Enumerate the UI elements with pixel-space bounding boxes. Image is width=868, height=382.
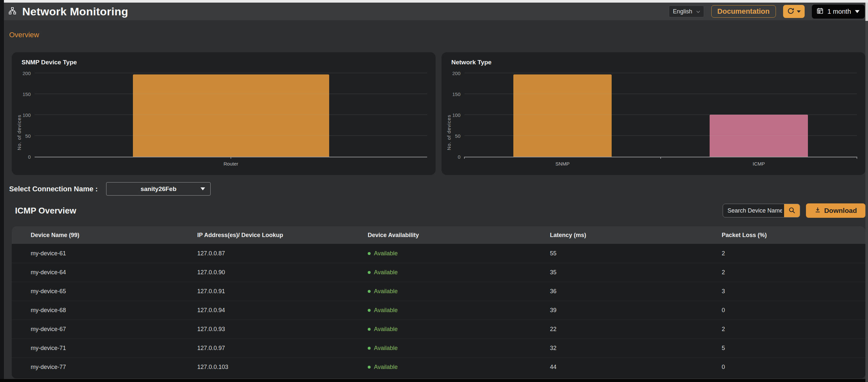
cell-device-name: my-device-68	[31, 307, 197, 314]
chart-title: SNMP Device Type	[22, 59, 77, 66]
table-row: my-device-77 127.0.0.103 Available 44 0	[12, 357, 865, 377]
y-tick-label: 100	[23, 112, 31, 118]
plot-area: 050100150200SNMPICMP	[464, 73, 857, 157]
availability-text: Available	[374, 364, 398, 371]
gridline	[35, 135, 427, 136]
time-range-label: 1 month	[828, 8, 851, 15]
section-actions: Download	[723, 203, 865, 218]
availability-dot	[368, 328, 371, 331]
download-button[interactable]: Download	[806, 203, 865, 218]
connection-label: Select Connection Name :	[9, 185, 98, 193]
availability-dot	[368, 271, 371, 274]
y-tick-label: 0	[28, 154, 31, 160]
cell-latency: 55	[550, 250, 722, 257]
availability-dot	[368, 252, 371, 255]
caret-down-icon	[200, 187, 205, 190]
charts-row: SNMP Device Type No. of devices 05010015…	[12, 52, 865, 175]
x-axis-tick	[230, 157, 231, 159]
availability-text: Available	[374, 345, 398, 352]
cell-packet-loss: 3	[722, 288, 865, 295]
header-cell-latency: Latency (ms)	[550, 232, 722, 239]
cell-device-name: my-device-67	[31, 326, 197, 333]
cell-packet-loss: 0	[722, 364, 865, 371]
cell-availability: Available	[368, 345, 550, 352]
y-tick-label: 150	[23, 91, 31, 97]
table-header: Device Name (99) IP Address(es)/ Device …	[12, 226, 865, 244]
cell-latency: 39	[550, 307, 722, 314]
cell-device-name: my-device-61	[31, 250, 197, 257]
gridline	[464, 94, 857, 94]
header-cell-availability: Device Availability	[368, 232, 550, 239]
cell-device-name: my-device-64	[31, 269, 197, 276]
bar-router[interactable]	[133, 74, 329, 157]
cell-packet-loss: 5	[722, 345, 865, 352]
search-box	[723, 204, 800, 218]
language-selected-label: English	[673, 8, 692, 15]
cell-packet-loss: 2	[722, 326, 865, 333]
cell-device-name: my-device-65	[31, 288, 197, 295]
header-cell-ip: IP Address(es)/ Device Lookup	[197, 232, 368, 239]
table-row: my-device-68 127.0.0.94 Available 39 0	[12, 301, 865, 320]
connection-select[interactable]: sanity26Feb	[106, 182, 211, 196]
time-range-button[interactable]: 1 month	[812, 5, 865, 19]
top-strip	[0, 0, 868, 3]
y-tick-label: 0	[458, 154, 461, 160]
availability-text: Available	[374, 250, 398, 257]
y-tick-label: 50	[455, 133, 461, 139]
scrollbar[interactable]	[865, 3, 868, 382]
search-button[interactable]	[784, 204, 800, 217]
cell-availability: Available	[368, 307, 550, 314]
cell-packet-loss: 2	[722, 250, 865, 257]
snmp-device-type-chart-card: SNMP Device Type No. of devices 05010015…	[12, 52, 436, 175]
app-title: Network Monitoring	[22, 5, 128, 18]
gridline	[35, 94, 427, 94]
cell-ip: 127.0.0.87	[197, 250, 368, 257]
gridline	[464, 115, 857, 115]
icmp-overview-title: ICMP Overview	[15, 206, 76, 216]
cell-latency: 22	[550, 326, 722, 333]
x-tick-label: Router	[223, 161, 238, 166]
download-label: Download	[824, 207, 857, 215]
cell-availability: Available	[368, 364, 550, 371]
y-tick-label: 200	[23, 70, 31, 76]
gridline	[35, 115, 427, 115]
cell-ip: 127.0.0.103	[197, 364, 368, 371]
cell-latency: 32	[550, 345, 722, 352]
documentation-button[interactable]: Documentation	[711, 5, 776, 18]
y-tick-label: 200	[452, 70, 461, 76]
y-axis-label: No. of devices	[446, 82, 452, 150]
refresh-button[interactable]	[783, 5, 805, 18]
sitemap-icon	[8, 7, 16, 16]
cell-ip: 127.0.0.97	[197, 345, 368, 352]
x-axis-tick	[857, 157, 857, 159]
cell-packet-loss: 0	[722, 307, 865, 314]
scrollbar-thumb[interactable]	[865, 3, 868, 21]
cell-latency: 44	[550, 364, 722, 371]
refresh-icon	[787, 7, 795, 16]
overview-link[interactable]: Overview	[9, 31, 39, 39]
language-select[interactable]: English	[669, 5, 704, 17]
cell-ip: 127.0.0.93	[197, 326, 368, 333]
y-axis-label: No. of devices	[16, 82, 22, 150]
refresh-caret-icon[interactable]	[797, 10, 801, 13]
x-axis-tick	[660, 157, 661, 159]
cell-latency: 36	[550, 288, 722, 295]
header-cell-packet-loss: Packet Loss (%)	[722, 232, 865, 239]
device-table: Device Name (99) IP Address(es)/ Device …	[12, 226, 865, 378]
table-row: my-device-65 127.0.0.91 Available 36 3	[12, 282, 865, 301]
app-header: Network Monitoring English Documentation	[4, 3, 868, 20]
network-type-chart-card: Network Type No. of devices 050100150200…	[441, 52, 865, 175]
header-actions: English Documentation	[669, 5, 865, 19]
y-tick-label: 150	[452, 91, 461, 97]
x-tick-label: SNMP	[556, 161, 569, 166]
cell-latency: 35	[550, 269, 722, 276]
gridline	[464, 73, 857, 73]
cell-availability: Available	[368, 288, 550, 295]
availability-text: Available	[374, 269, 398, 276]
caret-down-icon	[855, 10, 860, 13]
bar-snmp[interactable]	[514, 74, 612, 157]
search-input[interactable]	[723, 204, 784, 217]
cell-packet-loss: 2	[722, 269, 865, 276]
x-axis-tick	[464, 157, 465, 159]
availability-dot	[368, 290, 371, 293]
